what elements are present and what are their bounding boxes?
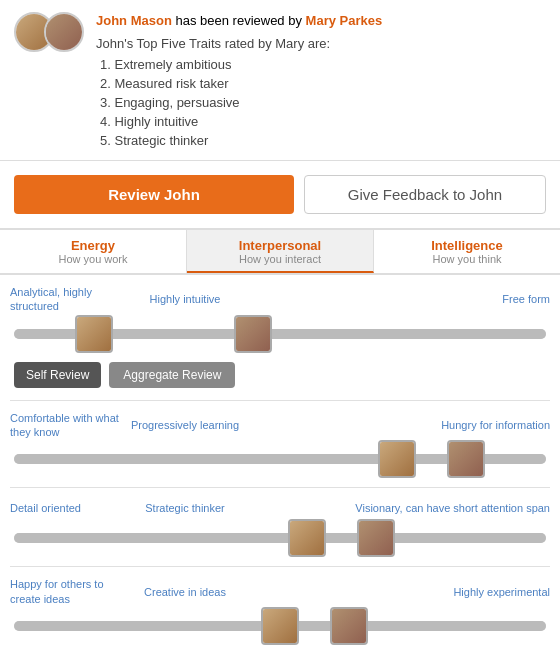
row-4-track [10, 610, 550, 642]
review-btn-row: Self Review Aggregate Review [10, 362, 550, 388]
divider-2 [10, 487, 550, 488]
row-3-self-face [290, 521, 324, 555]
row-1-self-face [77, 317, 111, 351]
row-1-track-bg [14, 329, 546, 339]
aggregate-review-button[interactable]: Aggregate Review [109, 362, 235, 388]
row-1-label-center: Highly intuitive [120, 293, 250, 305]
row-4-agg-thumb [330, 607, 368, 645]
header: John Mason has been reviewed by Mary Par… [0, 0, 560, 161]
row-4-self-thumb [261, 607, 299, 645]
trait-list: Extremely ambitious Measured risk taker … [96, 55, 546, 150]
tab-intelligence-sub: How you think [378, 253, 556, 265]
row-1-agg-face [236, 317, 270, 351]
row-2-self-face [380, 442, 414, 476]
header-names: John Mason has been reviewed by Mary Par… [96, 12, 546, 30]
traits-title: John's Top Five Traits rated by Mary are… [96, 36, 546, 51]
row-3-fill [14, 533, 546, 543]
row-4-label-right: Highly experimental [250, 585, 550, 599]
trait-2: Measured risk taker [100, 74, 546, 93]
row-2-track-bg [14, 454, 546, 464]
divider-1 [10, 400, 550, 401]
tab-energy-title: Energy [4, 238, 182, 253]
mary-face [46, 14, 82, 50]
mary-name: Mary Parkes [306, 13, 383, 28]
row-3-label-left: Detail oriented [10, 501, 120, 515]
tab-intelligence-title: Intelligence [378, 238, 556, 253]
tab-energy[interactable]: Energy How you work [0, 230, 187, 273]
row-2-agg-face [449, 442, 483, 476]
row-1-track [10, 318, 550, 350]
tab-interpersonal[interactable]: Interpersonal How you interact [187, 230, 374, 273]
john-name: John Mason [96, 13, 172, 28]
row-2-label-center: Progressively learning [120, 419, 250, 431]
row-4-label-left: Happy for others to create ideas [10, 577, 120, 606]
row-2-labels: Comfortable with what they know Progress… [10, 411, 550, 440]
tab-intelligence[interactable]: Intelligence How you think [374, 230, 560, 273]
trait-4: Highly intuitive [100, 112, 546, 131]
row-4-track-bg [14, 621, 546, 631]
row-1-agg-thumb [234, 315, 272, 353]
row-3-agg-face [359, 521, 393, 555]
row-2-track [10, 443, 550, 475]
row-1-self-thumb [75, 315, 113, 353]
action-buttons: Review John Give Feedback to John [0, 175, 560, 228]
row-3-label-center: Strategic thinker [120, 502, 250, 514]
trait-3: Engaging, persuasive [100, 93, 546, 112]
give-feedback-button[interactable]: Give Feedback to John [304, 175, 546, 214]
avatar-mary [44, 12, 84, 52]
row-3-self-thumb [288, 519, 326, 557]
row-1-labels: Analytical, highly structured Highly int… [10, 285, 550, 314]
row-4-labels: Happy for others to create ideas Creativ… [10, 577, 550, 606]
reviewed-by-text: has been reviewed by [175, 13, 301, 28]
row-1-label-left: Analytical, highly structured [10, 285, 120, 314]
row-4-label-center: Creative in ideas [120, 586, 250, 598]
row-3-label-right: Visionary, can have short attention span [250, 501, 550, 515]
row-3-labels: Detail oriented Strategic thinker Vision… [10, 498, 550, 518]
row-2-agg-thumb [447, 440, 485, 478]
row-1-label-right: Free form [250, 292, 550, 306]
row-3-track-bg [14, 533, 546, 543]
tab-interpersonal-sub: How you interact [191, 253, 369, 265]
row-2-label-right: Hungry for information [250, 418, 550, 432]
row-4-agg-face [332, 609, 366, 643]
tab-interpersonal-title: Interpersonal [191, 238, 369, 253]
self-review-button[interactable]: Self Review [14, 362, 101, 388]
row-2-self-thumb [378, 440, 416, 478]
divider-3 [10, 566, 550, 567]
trait-5: Strategic thinker [100, 131, 546, 150]
row-3-agg-thumb [357, 519, 395, 557]
review-john-button[interactable]: Review John [14, 175, 294, 214]
header-text: John Mason has been reviewed by Mary Par… [96, 12, 546, 150]
tab-energy-sub: How you work [4, 253, 182, 265]
sliders-section: Analytical, highly structured Highly int… [0, 275, 560, 658]
tabs-bar: Energy How you work Interpersonal How yo… [0, 228, 560, 275]
row-3-track [10, 522, 550, 554]
row-4-self-face [263, 609, 297, 643]
row-2-label-left: Comfortable with what they know [10, 411, 120, 440]
avatars [14, 12, 84, 52]
trait-1: Extremely ambitious [100, 55, 546, 74]
